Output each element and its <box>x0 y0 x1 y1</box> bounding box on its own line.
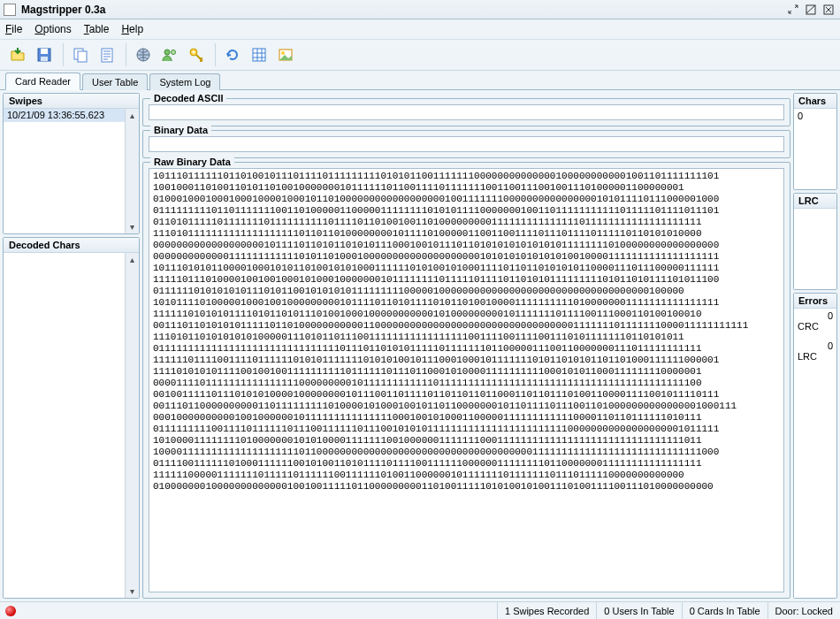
svg-point-9 <box>164 50 170 55</box>
refresh-button[interactable] <box>220 42 245 67</box>
svg-rect-13 <box>253 49 265 61</box>
status-indicator <box>0 602 23 619</box>
status-users: 0 Users In Table <box>596 602 681 619</box>
content-area: Swipes 10/21/09 13:36:55.623 ▴ ▾ Decoded… <box>0 90 840 601</box>
chars-title: Chars <box>794 94 836 109</box>
scrollbar[interactable]: ▴ ▾ <box>125 109 139 233</box>
status-door: Door: Locked <box>767 602 840 619</box>
errors-panel: Errors 0 CRC 0 LRC <box>793 293 837 599</box>
copy-button[interactable] <box>68 42 93 67</box>
status-dot-icon <box>5 606 16 616</box>
minimize-inner-button[interactable] <box>785 3 801 17</box>
right-column: Chars 0 LRC Errors 0 CRC 0 LRC <box>793 93 837 599</box>
error-crc: 0 CRC <box>794 309 836 339</box>
middle-column: Decoded ASCII Binary Data Raw Binary Dat… <box>142 93 793 599</box>
decoded-chars-panel: Decoded Chars ▴ ▾ <box>3 237 140 599</box>
svg-point-15 <box>281 51 285 55</box>
menu-bar: File Options Table Help <box>0 19 840 39</box>
svg-point-10 <box>172 50 176 55</box>
crc-label: CRC <box>798 321 833 332</box>
swipe-row[interactable]: 10/21/09 13:36:55.623 <box>4 109 139 122</box>
close-button[interactable] <box>821 3 836 17</box>
save-button[interactable] <box>32 42 57 67</box>
open-button[interactable] <box>5 42 30 67</box>
decoded-ascii-label: Decoded ASCII <box>150 93 226 103</box>
key-button[interactable] <box>184 42 209 67</box>
scroll-up-icon[interactable]: ▴ <box>130 111 134 120</box>
window-title: Magstripper 0.3a <box>21 4 105 16</box>
binary-data-group: Binary Data <box>142 130 790 158</box>
toolbar-separator <box>126 43 126 66</box>
lrc-title: LRC <box>794 194 836 209</box>
toolbar-separator <box>215 43 216 66</box>
picture-button[interactable] <box>273 42 298 67</box>
menu-help[interactable]: Help <box>121 23 143 35</box>
toolbar-separator <box>63 43 64 66</box>
status-cards: 0 Cards In Table <box>682 602 767 619</box>
binary-data-input[interactable] <box>149 136 784 152</box>
decoded-ascii-group: Decoded ASCII <box>142 98 790 126</box>
lrc-panel: LRC <box>793 193 837 290</box>
svg-rect-6 <box>78 51 87 62</box>
svg-rect-4 <box>41 57 48 61</box>
maximize-button[interactable] <box>803 3 819 17</box>
chars-value: 0 <box>794 109 836 189</box>
lrc-count: 0 <box>798 340 833 351</box>
tab-system-log[interactable]: System Log <box>149 73 220 90</box>
lrc-body <box>794 209 836 289</box>
status-bar: 1 Swipes Recorded 0 Users In Table 0 Car… <box>0 601 840 619</box>
lrc-label: LRC <box>798 351 833 362</box>
crc-count: 0 <box>798 310 833 321</box>
scroll-down-icon[interactable]: ▾ <box>130 586 134 596</box>
raw-binary-label: Raw Binary Data <box>150 157 234 167</box>
tab-bar: Card Reader User Table System Log <box>0 71 840 90</box>
raw-binary-text[interactable]: 1011101111110110100101110111101111111110… <box>149 168 784 592</box>
menu-table[interactable]: Table <box>84 23 110 35</box>
status-swipes: 1 Swipes Recorded <box>497 602 596 619</box>
app-icon <box>4 4 16 16</box>
decoded-ascii-input[interactable] <box>149 104 784 120</box>
users-button[interactable] <box>157 42 182 67</box>
tab-card-reader[interactable]: Card Reader <box>5 73 80 90</box>
swipes-title: Swipes <box>4 94 139 109</box>
menu-options[interactable]: Options <box>34 23 71 35</box>
error-lrc: 0 LRC <box>794 339 836 369</box>
paste-button[interactable] <box>95 42 119 67</box>
scroll-down-icon[interactable]: ▾ <box>130 222 134 232</box>
chars-panel: Chars 0 <box>793 93 837 190</box>
scroll-up-icon[interactable]: ▴ <box>130 255 134 264</box>
title-bar: Magstripper 0.3a <box>0 0 840 19</box>
errors-body: 0 CRC 0 LRC <box>794 309 836 598</box>
binary-data-label: Binary Data <box>150 125 211 135</box>
errors-title: Errors <box>794 294 836 309</box>
globe-button[interactable] <box>131 42 156 67</box>
menu-file[interactable]: File <box>5 23 22 35</box>
svg-point-12 <box>193 51 195 54</box>
svg-rect-3 <box>41 49 48 54</box>
svg-rect-7 <box>102 49 112 62</box>
scrollbar[interactable]: ▴ ▾ <box>125 253 139 598</box>
grid-button[interactable] <box>247 42 271 67</box>
decoded-chars-title: Decoded Chars <box>4 238 139 253</box>
left-column: Swipes 10/21/09 13:36:55.623 ▴ ▾ Decoded… <box>3 93 140 599</box>
toolbar <box>0 39 840 71</box>
swipes-panel: Swipes 10/21/09 13:36:55.623 ▴ ▾ <box>3 93 140 234</box>
raw-binary-group: Raw Binary Data 101110111111011010010111… <box>142 162 790 599</box>
tab-user-table[interactable]: User Table <box>82 73 148 90</box>
